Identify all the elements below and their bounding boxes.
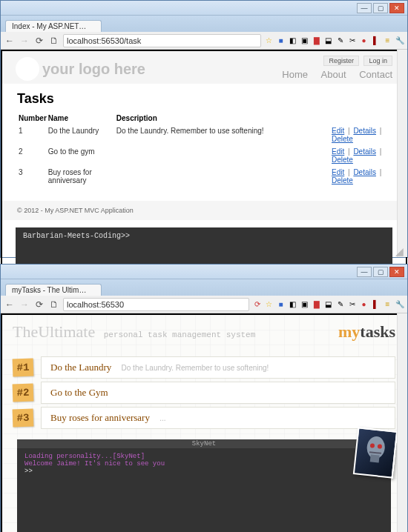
terminal-title: SkyNet (17, 439, 391, 448)
ext-icon[interactable]: ● (359, 36, 369, 45)
terminal[interactable]: SkyNet Loading personality...[SkyNet] We… (17, 439, 391, 532)
url-input[interactable] (63, 298, 249, 311)
close-button[interactable]: ✕ (389, 267, 404, 277)
star-icon[interactable]: ☆ (264, 36, 274, 45)
ext-icon[interactable]: ✎ (335, 36, 345, 45)
titlebar[interactable]: — ▢ ✕ (1, 1, 407, 16)
page-title: Tasks (17, 91, 391, 107)
tab-bar: myTasks - The Ultimate Pe... (1, 279, 407, 296)
ext-icon[interactable]: ≡ (383, 36, 392, 45)
brand-subtitle: personal task management system (104, 330, 256, 339)
maximize-button[interactable]: ▢ (373, 3, 388, 13)
maximize-button[interactable]: ▢ (373, 267, 388, 277)
titlebar[interactable]: — ▢ ✕ (1, 265, 407, 279)
ext-icon[interactable]: ✂ (347, 36, 357, 45)
app-header: your logo here Register Log in Home Abou… (2, 51, 406, 84)
table-row: 2 Go to the gym Edit | Details | Delete (19, 146, 389, 165)
app-header: TheUltimate personal task management sys… (2, 315, 406, 353)
url-input[interactable] (63, 34, 261, 47)
ext-icon[interactable]: ◧ (288, 36, 297, 45)
minimize-button[interactable]: — (357, 3, 372, 13)
viewport: TheUltimate personal task management sys… (1, 313, 407, 532)
task-row[interactable]: #1 Do the Laundry Do the Laundry. Rememb… (13, 356, 395, 379)
address-bar: ← → ⟳ 🗋 ☆ ■ ◧ ▣ ▇ ⬓ ✎ ✂ ● ▌ ≡ 🔧 (1, 32, 407, 50)
ext-icon[interactable]: ▣ (300, 299, 309, 309)
back-button[interactable]: ← (4, 299, 16, 310)
ext-icon[interactable]: ■ (276, 36, 286, 45)
address-bar: ← → ⟳ 🗋 ⟳ ☆ ■ ◧ ▣ ▇ ⬓ ✎ ✂ ● ▌ ≡ 🔧 (1, 296, 407, 313)
wrench-icon[interactable]: 🔧 (395, 299, 404, 309)
back-button[interactable]: ← (4, 35, 16, 47)
browser-tab[interactable]: Index - My ASP.NET MVC ... (5, 20, 102, 32)
tab-bar: Index - My ASP.NET MVC ... (1, 16, 407, 32)
ext-icon[interactable]: ▌ (371, 36, 381, 45)
login-link[interactable]: Log in (363, 56, 392, 66)
wrench-icon[interactable]: 🔧 (395, 36, 404, 45)
details-link[interactable]: Details (353, 168, 376, 176)
scrollbar[interactable] (397, 50, 407, 257)
ext-icon[interactable]: ✎ (335, 299, 345, 309)
logo[interactable]: your logo here (16, 57, 145, 81)
details-link[interactable]: Details (353, 127, 376, 135)
scrollbar[interactable] (397, 313, 407, 532)
forward-button[interactable]: → (19, 35, 30, 47)
tasks-table: Number Name Description 1 Do the Laundry… (17, 111, 391, 187)
minimize-button[interactable]: — (357, 267, 372, 277)
logo-text: your logo here (42, 61, 145, 78)
register-link[interactable]: Register (323, 56, 359, 66)
delete-link[interactable]: Delete (332, 176, 353, 184)
task-card: Do the Laundry Do the Laundry. Remember … (41, 356, 395, 379)
extension-icons: ☆ ■ ◧ ▣ ▇ ⬓ ✎ ✂ ● ▌ ≡ 🔧 (264, 36, 404, 45)
resize-icon[interactable]: ◢ (395, 245, 406, 256)
footer: © 2012 - My ASP.NET MVC Application (2, 201, 406, 220)
ext-icon[interactable]: ▇ (312, 299, 321, 309)
extension-icons: ⟳ ☆ ■ ◧ ▣ ▇ ⬓ ✎ ✂ ● ▌ ≡ 🔧 (252, 299, 404, 309)
ext-icon[interactable]: ≡ (383, 299, 392, 309)
table-row: 3 Buy roses for anniversary Edit | Detai… (19, 167, 389, 186)
task-badge: #1 (13, 359, 34, 377)
terminal-prompt: >> (24, 468, 384, 475)
task-desc: ... (159, 414, 165, 422)
terminal-prompt: Barbarian-Meets-Coding>> (23, 232, 130, 240)
ext-icon[interactable]: ● (359, 299, 369, 309)
edit-link[interactable]: Edit (332, 168, 344, 176)
ext-icon[interactable]: ⬓ (323, 36, 333, 45)
ext-icon[interactable]: ■ (276, 299, 286, 309)
brand-left: TheUltimate personal task management sys… (13, 322, 255, 342)
task-badge: #2 (13, 384, 34, 402)
nav-contact[interactable]: Contact (359, 69, 392, 80)
browser-window-1: — ▢ ✕ Index - My ASP.NET MVC ... ← → ⟳ 🗋… (0, 0, 408, 258)
ext-icon[interactable]: ▇ (312, 36, 321, 45)
edit-link[interactable]: Edit (332, 127, 344, 135)
nav-about[interactable]: About (321, 69, 346, 80)
delete-link[interactable]: Delete (332, 135, 353, 143)
task-row[interactable]: #3 Buy roses for anniversary ... (13, 407, 395, 429)
forward-button[interactable]: → (19, 299, 30, 310)
ext-icon[interactable]: ⬓ (323, 299, 333, 309)
terminal-line: Welcome Jaime! It's nice to see you (24, 460, 384, 468)
close-button[interactable]: ✕ (389, 3, 404, 13)
ext-icon[interactable]: ✂ (347, 299, 357, 309)
task-title: Buy roses for anniversary (50, 412, 150, 424)
task-row[interactable]: #2 Go to the Gym (13, 382, 395, 404)
svg-rect-3 (370, 454, 380, 462)
task-title: Do the Laundry (50, 362, 111, 373)
logo-icon (16, 57, 39, 81)
nav-links: Home About Contact (272, 69, 392, 80)
details-link[interactable]: Details (353, 147, 376, 156)
nav-home[interactable]: Home (282, 69, 308, 80)
ext-icon[interactable]: ◧ (288, 299, 297, 309)
delete-link[interactable]: Delete (332, 156, 353, 164)
brand-right: mytasks (338, 322, 395, 342)
star-icon[interactable]: ☆ (264, 299, 274, 309)
terminal-body: Loading personality...[SkyNet] Welcome J… (17, 448, 391, 530)
page-icon: 🗋 (48, 299, 60, 310)
ext-icon[interactable]: ▣ (300, 36, 309, 45)
browser-tab[interactable]: myTasks - The Ultimate Pe... (5, 284, 102, 296)
edit-link[interactable]: Edit (332, 147, 344, 156)
page-icon: 🗋 (48, 35, 60, 47)
ext-icon[interactable]: ▌ (371, 299, 381, 309)
reload-button[interactable]: ⟳ (33, 35, 45, 47)
reload-button[interactable]: ⟳ (33, 299, 45, 310)
reload-ext-icon[interactable]: ⟳ (252, 299, 262, 309)
